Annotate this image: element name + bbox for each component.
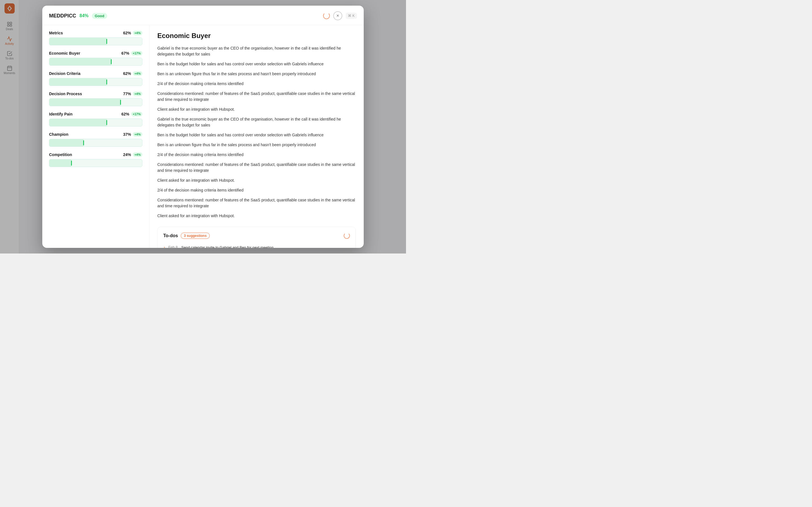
- progress-bar-container: [49, 98, 142, 106]
- todo-date: Feb 8: [168, 245, 179, 248]
- detail-bullets-list: Gabriel is the true economic buyer as th…: [157, 45, 356, 219]
- delta-badge: +4%: [133, 71, 142, 76]
- meddpicc-modal: MEDDPICC 84% Good × ⌘ ⌘K K Metrics62%+4%…: [42, 6, 364, 248]
- detail-bullet: Gabriel is the true economic buyer as th…: [157, 116, 356, 128]
- todo-item: ↑Feb 8Send calendar invite to Gabriel an…: [163, 243, 350, 248]
- progress-bar-marker: [106, 120, 107, 125]
- progress-bar-fill: [49, 159, 71, 167]
- progress-bar-fill: [49, 78, 107, 86]
- modal-header-actions: × ⌘ ⌘K K: [323, 11, 357, 20]
- category-item[interactable]: Identify Pain62%+17%: [49, 112, 142, 126]
- category-item[interactable]: Metrics62%+4%: [49, 31, 142, 45]
- delta-badge: +17%: [131, 112, 142, 116]
- todo-arrow-icon: ↑: [163, 245, 165, 248]
- category-item[interactable]: Competition24%+4%: [49, 152, 142, 167]
- category-header: Decision Criteria62%+4%: [49, 71, 142, 76]
- detail-bullet: Considerations mentioned: number of feat…: [157, 197, 356, 209]
- progress-bar-fill: [49, 99, 121, 106]
- modal-score: 84%: [80, 13, 89, 18]
- delta-badge: +4%: [133, 132, 142, 136]
- todos-section: To-dos 3 suggestions ↑Feb 8Send calendar…: [157, 227, 356, 248]
- category-header: Economic Buyer67%+17%: [49, 51, 142, 55]
- category-score: 37%+4%: [123, 132, 142, 136]
- loading-spinner: [323, 12, 330, 19]
- progress-bar-fill: [49, 119, 107, 126]
- detail-bullet: Ben is an unknown figure thus far in the…: [157, 142, 356, 148]
- detail-bullet: 2/4 of the decision making criteria item…: [157, 187, 356, 193]
- category-item[interactable]: Decision Process77%+4%: [49, 92, 142, 106]
- category-score: 62%+4%: [123, 31, 142, 35]
- category-score: 62%+4%: [123, 71, 142, 76]
- todos-title: To-dos: [163, 233, 178, 238]
- score-value: 62%: [121, 112, 130, 116]
- modal-body: Metrics62%+4%Economic Buyer67%+17%Decisi…: [42, 25, 364, 248]
- progress-bar-marker: [120, 100, 121, 105]
- todo-text: Send calendar invite to Gabriel and Ben …: [181, 245, 273, 248]
- category-header: Champion37%+4%: [49, 132, 142, 136]
- suggestions-badge: 3 suggestions: [181, 233, 210, 239]
- progress-bar-marker: [83, 140, 84, 145]
- detail-bullet: 2/4 of the decision making criteria item…: [157, 152, 356, 158]
- todos-header: To-dos 3 suggestions: [163, 233, 350, 239]
- detail-panel: Economic Buyer Gabriel is the true econo…: [149, 25, 364, 248]
- progress-bar-marker: [106, 39, 107, 44]
- keyboard-shortcut: ⌘ ⌘K K: [346, 13, 357, 19]
- score-value: 62%: [123, 31, 131, 35]
- category-header: Competition24%+4%: [49, 152, 142, 157]
- detail-bullet: Gabriel is the true economic buyer as th…: [157, 45, 356, 57]
- progress-bar-fill: [49, 139, 84, 147]
- detail-title: Economic Buyer: [157, 32, 356, 40]
- todos-list: ↑Feb 8Send calendar invite to Gabriel an…: [163, 243, 350, 248]
- category-header: Identify Pain62%+17%: [49, 112, 142, 116]
- detail-bullet: Ben is the budget holder for sales and h…: [157, 132, 356, 138]
- modal-header: MEDDPICC 84% Good × ⌘ ⌘K K: [42, 6, 364, 25]
- progress-bar-container: [49, 139, 142, 147]
- progress-bar-marker: [71, 161, 72, 166]
- category-item[interactable]: Decision Criteria62%+4%: [49, 71, 142, 86]
- category-score: 77%+4%: [123, 92, 142, 96]
- category-name: Decision Process: [49, 92, 82, 96]
- delta-badge: +4%: [133, 152, 142, 157]
- detail-bullet: Client asked for an integration with Hub…: [157, 107, 356, 112]
- detail-bullet: Client asked for an integration with Hub…: [157, 177, 356, 183]
- detail-bullet: Ben is the budget holder for sales and h…: [157, 61, 356, 67]
- category-name: Economic Buyer: [49, 51, 80, 55]
- delta-badge: +4%: [133, 92, 142, 96]
- progress-bar-marker: [106, 79, 107, 84]
- progress-bar-container: [49, 38, 142, 45]
- category-item[interactable]: Economic Buyer67%+17%: [49, 51, 142, 66]
- category-score: 24%+4%: [123, 152, 142, 157]
- category-header: Decision Process77%+4%: [49, 92, 142, 96]
- category-score: 62%+17%: [121, 112, 142, 116]
- detail-bullet: Ben is an unknown figure thus far in the…: [157, 71, 356, 77]
- modal-score-label: Good: [92, 13, 107, 19]
- category-header: Metrics62%+4%: [49, 31, 142, 35]
- progress-bar-marker: [111, 59, 112, 64]
- score-value: 67%: [121, 51, 130, 55]
- delta-badge: +17%: [131, 51, 142, 55]
- progress-bar-container: [49, 119, 142, 126]
- detail-bullet: Considerations mentioned: number of feat…: [157, 91, 356, 103]
- progress-bar-container: [49, 78, 142, 86]
- categories-panel: Metrics62%+4%Economic Buyer67%+17%Decisi…: [42, 25, 149, 248]
- progress-bar-container: [49, 159, 142, 167]
- detail-bullet: Considerations mentioned: number of feat…: [157, 162, 356, 173]
- category-score: 67%+17%: [121, 51, 142, 55]
- category-name: Metrics: [49, 31, 63, 35]
- detail-bullet: Client asked for an integration with Hub…: [157, 213, 356, 219]
- score-value: 37%: [123, 132, 131, 136]
- todos-spinner: [344, 233, 350, 239]
- score-value: 77%: [123, 92, 131, 96]
- detail-bullet: 2/4 of the decision making criteria item…: [157, 81, 356, 87]
- score-value: 24%: [123, 152, 131, 157]
- category-item[interactable]: Champion37%+4%: [49, 132, 142, 147]
- category-name: Decision Criteria: [49, 71, 80, 76]
- close-button[interactable]: ×: [333, 11, 342, 20]
- category-name: Identify Pain: [49, 112, 72, 116]
- delta-badge: +4%: [133, 31, 142, 35]
- progress-bar-container: [49, 58, 142, 66]
- progress-bar-fill: [49, 38, 107, 45]
- modal-overlay[interactable]: MEDDPICC 84% Good × ⌘ ⌘K K Metrics62%+4%…: [0, 0, 406, 253]
- category-name: Champion: [49, 132, 68, 136]
- score-value: 62%: [123, 71, 131, 76]
